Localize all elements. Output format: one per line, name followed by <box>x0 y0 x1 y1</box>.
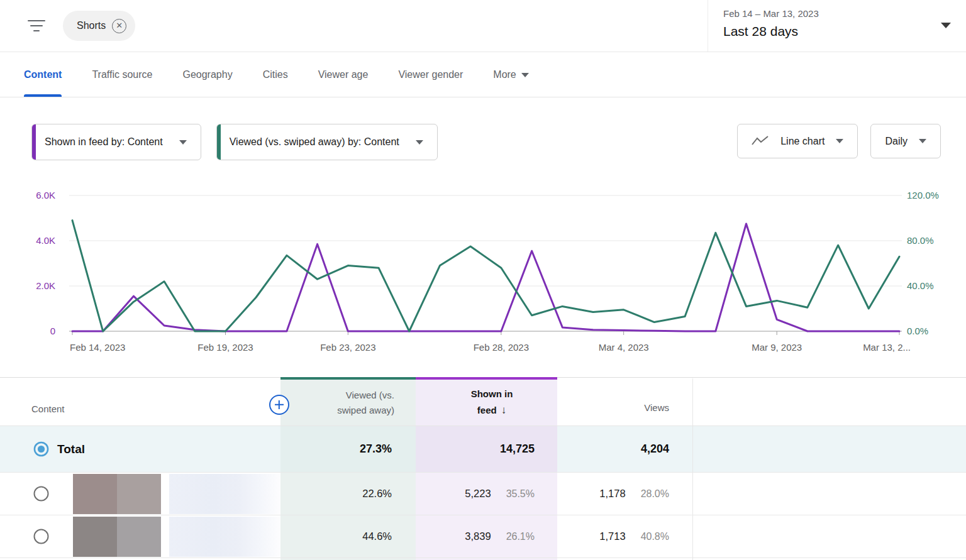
column-header-label: Shown in feed↓ <box>457 387 527 419</box>
metric-picker-label: Viewed (vs. swiped away) by: Content <box>230 136 399 148</box>
views-percent: 40.8% <box>641 531 669 542</box>
tab-label: Content <box>24 69 62 80</box>
filter-icon[interactable] <box>25 17 48 35</box>
right-axis-label: 0.0% <box>907 326 928 336</box>
line-chart-icon <box>752 136 769 146</box>
shown-in-feed-value: 14,725 <box>500 442 535 456</box>
left-axis-label: 0 <box>50 326 55 336</box>
views-value: 4,204 <box>641 442 669 456</box>
tab-label: Viewer age <box>318 69 369 80</box>
shown-in-feed-percent: 26.1% <box>506 531 535 542</box>
x-axis-label: Feb 28, 2023 <box>474 342 529 353</box>
date-preset-text: Last 28 days <box>723 24 798 39</box>
viewed-cell: 27.3% <box>280 426 416 472</box>
chart-display-controls: Line chart Daily <box>737 124 941 158</box>
table-row[interactable]: 22.6%5,22335.5%1,17828.0% <box>0 473 966 515</box>
remove-filter-icon[interactable]: ✕ <box>112 19 126 33</box>
views-value: 1,713 <box>599 530 625 542</box>
table-body: Total27.3%14,7254,20422.6%5,22335.5%1,17… <box>0 426 966 560</box>
column-header-viewed[interactable]: Viewed (vs. swiped away) <box>280 377 416 425</box>
x-axis-label: Feb 14, 2023 <box>70 342 125 353</box>
viewed-value: 27.3% <box>360 442 392 456</box>
content-table: ContentViewed (vs. swiped away)Shown in … <box>0 377 966 560</box>
tab-viewer-gender[interactable]: Viewer gender <box>398 52 463 97</box>
sort-desc-icon: ↓ <box>501 404 507 416</box>
date-range-text: Feb 14 – Mar 13, 2023 <box>723 8 819 19</box>
x-axis-label: Mar 13, 2... <box>863 342 911 353</box>
views-cell: 1,71340.8% <box>557 515 693 557</box>
column-header-shown[interactable]: Shown in feed↓ <box>416 377 557 425</box>
add-metric-button[interactable] <box>269 395 289 415</box>
tab-more[interactable]: More <box>493 52 528 97</box>
chevron-down-icon <box>179 140 187 145</box>
shown-in-feed-cell: 5,22335.5% <box>416 473 557 515</box>
tab-label: Viewer gender <box>398 69 463 80</box>
viewed-value: 22.6% <box>362 488 392 500</box>
metric-picker-label: Shown in feed by: Content <box>45 136 163 148</box>
metric-picker-shown-in-feed-by-content[interactable]: Shown in feed by: Content <box>31 124 201 160</box>
left-axis-label: 4.0K <box>36 235 55 246</box>
right-axis-label: 120.0% <box>907 190 939 200</box>
x-axis-label: Mar 9, 2023 <box>752 342 802 353</box>
column-header-label: Content <box>31 404 65 414</box>
chevron-down-icon <box>836 139 843 143</box>
column-header-views[interactable]: Views <box>557 377 693 425</box>
x-axis-label: Mar 4, 2023 <box>599 342 649 353</box>
table-row-total[interactable]: Total27.3%14,7254,204 <box>0 426 966 473</box>
x-axis-label: Feb 19, 2023 <box>197 342 253 353</box>
date-range-picker[interactable]: Feb 14 – Mar 13, 2023 Last 28 days <box>713 0 962 52</box>
line-chart[interactable]: 6.0K4.0K2.0K0120.0%80.0%40.0%0.0%Feb 14,… <box>0 177 966 365</box>
viewed-cell: 44.6% <box>280 515 416 557</box>
radio-icon[interactable] <box>33 528 50 545</box>
series-line-shown-in-feed <box>72 224 899 331</box>
shown-in-feed-value: 3,839 <box>465 530 491 542</box>
metric-picker-viewed-vs-swiped-away-by-content[interactable]: Viewed (vs. swiped away) by: Content <box>216 124 438 160</box>
metric-pickers: Shown in feed by: ContentViewed (vs. swi… <box>31 124 438 160</box>
row-extra-cell <box>693 473 966 515</box>
radio-selected-icon[interactable] <box>33 441 50 458</box>
tab-geography[interactable]: Geography <box>182 52 232 97</box>
thumbnail-block <box>73 517 117 557</box>
row-extra-cell <box>693 426 966 472</box>
chart-type-select[interactable]: Line chart <box>737 124 858 158</box>
thumbnail-block <box>117 474 161 514</box>
views-percent: 28.0% <box>641 488 669 500</box>
chevron-down-icon <box>416 140 423 145</box>
thumbnail-block <box>117 517 161 557</box>
table-row[interactable]: 44.6%3,83926.1%1,71340.8% <box>0 515 966 558</box>
top-bar: Shorts ✕ Feb 14 – Mar 13, 2023 Last 28 d… <box>0 0 966 52</box>
right-axis-label: 40.0% <box>907 280 934 291</box>
column-header-content[interactable]: Content <box>0 377 280 425</box>
tab-label: Geography <box>182 69 232 80</box>
video-thumbnail-blurred <box>73 474 161 514</box>
tab-traffic-source[interactable]: Traffic source <box>92 52 152 97</box>
video-title-blurred <box>169 517 280 557</box>
viewed-value: 44.6% <box>362 530 392 542</box>
tab-content[interactable]: Content <box>24 52 62 97</box>
views-cell: 4,204 <box>557 426 693 472</box>
video-title-blurred <box>169 474 280 514</box>
metric-accent-bar <box>32 124 36 160</box>
radio-icon[interactable] <box>33 485 50 502</box>
divider <box>708 0 708 52</box>
analytics-tabs: ContentTraffic sourceGeographyCitiesView… <box>0 52 966 97</box>
granularity-value: Daily <box>885 136 908 147</box>
views-cell: 1,17828.0% <box>557 473 693 515</box>
shorts-filter-chip[interactable]: Shorts ✕ <box>63 11 135 41</box>
metric-accent-bar <box>217 124 221 160</box>
left-axis-label: 2.0K <box>36 280 55 291</box>
tab-label: Cities <box>263 69 288 80</box>
shown-in-feed-cell: 14,725 <box>416 426 557 472</box>
tab-viewer-age[interactable]: Viewer age <box>318 52 369 97</box>
chart-controls: Shown in feed by: ContentViewed (vs. swi… <box>0 124 966 160</box>
chevron-down-icon <box>919 139 926 143</box>
shown-in-feed-value: 5,223 <box>465 488 491 500</box>
granularity-select[interactable]: Daily <box>870 124 941 158</box>
active-tab-underline <box>24 94 62 97</box>
video-thumbnail-blurred <box>73 517 161 557</box>
chart-type-value: Line chart <box>780 136 824 147</box>
content-cell <box>0 473 280 515</box>
x-axis-label: Feb 23, 2023 <box>320 342 375 353</box>
content-cell: Total <box>0 426 280 472</box>
tab-cities[interactable]: Cities <box>263 52 288 97</box>
